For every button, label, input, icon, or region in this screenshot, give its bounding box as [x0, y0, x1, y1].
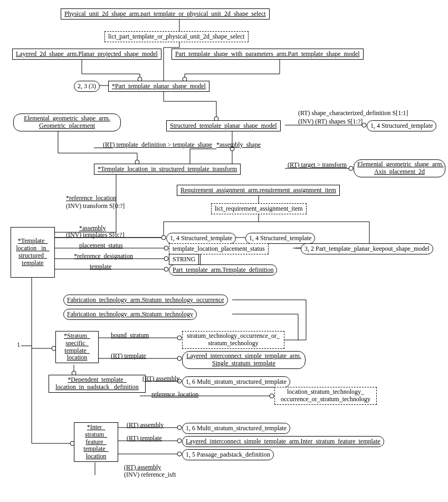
select-lict-req-assignment: lict_requirement_assignment_item — [211, 203, 307, 214]
type-string: STRING — [169, 254, 201, 265]
label-inv-shapes: (INV) (RT) shapes S[1:?] — [298, 118, 363, 126]
entity-layered-2d-planar-projected: Layered_2d_shape_arm.Planar_projected_sh… — [12, 49, 161, 60]
label-inv-transform: (INV) transform S[0:?] — [66, 202, 125, 210]
label-rt-template-a: (RT) template — [111, 352, 146, 360]
select-stratum-tech-occ-or-tech: stratum_technology_occurrence_or_ stratu… — [182, 331, 284, 349]
type-template-location-placement-status: template_location_placement_status — [169, 243, 269, 254]
label-shape-char-def: (RT) shape_characterized_definition S[1:… — [298, 109, 408, 117]
svg-point-64 — [177, 336, 182, 340]
svg-point-78 — [177, 452, 182, 456]
label-rt-assembly-a: (RT) assembly — [142, 375, 179, 383]
entity-axis-placement-2d: Elemental_geometric_shape_arm. Axis_plac… — [354, 159, 445, 177]
entity-inter-stratum-feature-template-location: *Inter_ stratum_ feature_ template_ loca… — [74, 422, 118, 462]
entity-template-definition: Part_template_arm.Template_definition — [169, 264, 277, 276]
label-target-transform: (RT) target > transform — [288, 161, 347, 169]
svg-point-45 — [164, 246, 168, 250]
entity-inter-stratum-feature-template: Layered_interconnect_simple_template_arm… — [182, 436, 384, 447]
label-rt-assembly-b: (RT) assembly — [127, 421, 164, 429]
select-location-stratum-tech: location_stratum_technology_ occurrence_… — [274, 387, 377, 405]
entity-requirement-assignment-item: Requirement_assignment_arm.requirement_a… — [177, 185, 340, 196]
page-ref-passage-padstack: 1, 5 Passage_padstack_definition — [182, 449, 274, 460]
label-reference-location: *reference_location — [66, 194, 116, 202]
entity-dependent-template-location-padstack: *Dependent_template_ location_in_padstac… — [49, 375, 146, 393]
svg-point-76 — [177, 439, 182, 443]
entity-template-location-in-structured-template: *Template_ location_ in_ structured_ tem… — [11, 227, 55, 278]
label-placement-status: placement_status — [79, 242, 123, 250]
svg-point-47 — [164, 257, 168, 261]
label-template: template — [90, 263, 111, 271]
label-inv-reference-isft: (INV) reference_isft — [124, 471, 176, 479]
page-ref-keepout-shape: 3, 2 Part_template_planar_keepout_shape_… — [301, 243, 433, 254]
page-ref-structured-template-c: 1, 4 Structured_template — [245, 233, 315, 244]
label-reference-location-b: reference_location — [151, 391, 198, 399]
label-rt-assembly-c: (RT) assembly — [124, 463, 161, 471]
svg-point-66 — [177, 356, 182, 361]
entity-physical-unit-2d-shape-select: Physical_unit_2d_shape_arm.part_template… — [61, 8, 270, 20]
label-bound-stratum: bound_stratum — [111, 331, 149, 339]
page-ref-multi-stratum-b: 1, 6 Multi_stratum_structured_template — [182, 423, 290, 434]
select-lict-part-template: lict_part_template_or_physical_unit_2d_s… — [104, 31, 249, 42]
entity-stratum-technology: Fabrication_technology_arm.Stratum_techn… — [63, 309, 197, 320]
svg-point-43 — [161, 235, 166, 240]
label-constraint-1: 1 — [17, 341, 20, 349]
label-rt-template-b: (RT) template — [127, 434, 162, 442]
svg-point-70 — [270, 394, 274, 398]
svg-point-30 — [349, 166, 353, 171]
label-reference-designation: *reference_designation — [74, 252, 133, 260]
entity-stratum-tech-occurrence: Fabrication_technology_arm.Stratum_techn… — [63, 295, 228, 306]
page-ref-multi-stratum-a: 1, 6 Multi_stratum_structured_template — [182, 376, 290, 387]
entity-elemental-geom-placement: Elemental_geometric_shape_arm. Geometric… — [13, 113, 121, 131]
entity-single-stratum-template: Layered_interconnect_simple_template_arm… — [182, 351, 306, 369]
svg-point-74 — [177, 425, 182, 430]
svg-point-49 — [164, 267, 168, 271]
label-template-def-shape: (RT) template_definition > template_shap… — [103, 141, 212, 149]
entity-structured-template-planar-shape: Structured_template_planar_shape_model — [166, 120, 281, 131]
entity-part-template-planar-shape: *Part_template_planar_shape_model — [108, 81, 209, 92]
label-inv-templates: (INV) templates S[0:?] — [66, 231, 125, 239]
entity-stratum-specific-template-location: *Stratum_ specific_ template_ location — [55, 331, 99, 363]
label-assembly-shape: *assembly_shape — [216, 141, 261, 149]
page-ref-structured-template-a: 1, 4 Structured_template — [367, 120, 436, 131]
entity-template-loc-transform: *Template_location_in_structured_templat… — [94, 164, 241, 175]
page-ref-2-3-3: 2, 3 (3) — [74, 81, 100, 92]
page-ref-structured-template-b: 1, 4 Structured_template — [166, 233, 236, 244]
entity-part-template-shape-with-params: Part_template_shape_with_parameters_arm.… — [171, 49, 364, 60]
